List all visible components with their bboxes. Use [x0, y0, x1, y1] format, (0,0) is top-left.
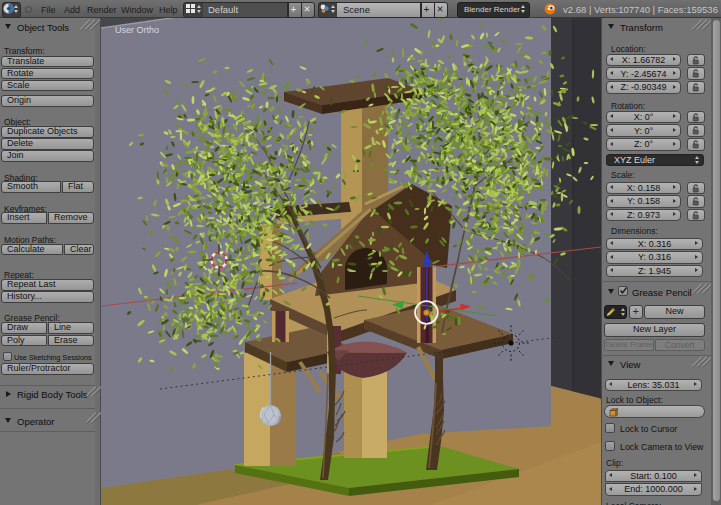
svg-text:User Ortho: User Ortho — [115, 25, 159, 35]
